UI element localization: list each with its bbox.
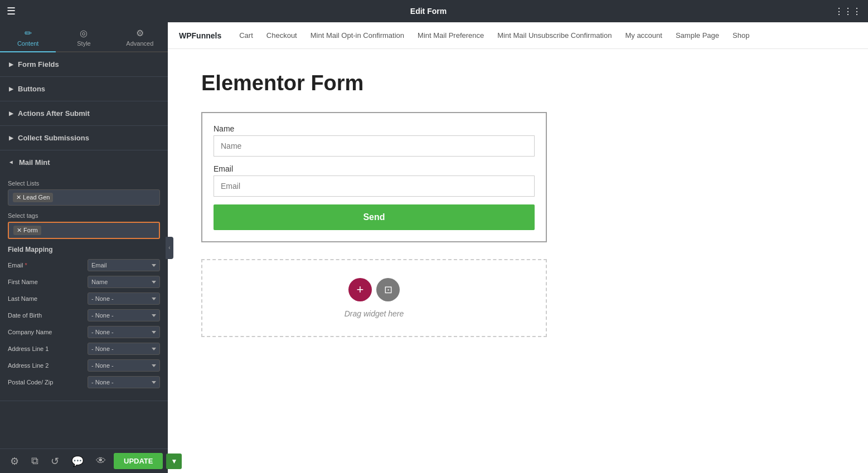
lead-gen-tag: ✕ Lead Gen [13,193,53,202]
section-collect-header[interactable]: ▶ Collect Submissions [0,126,168,150]
mapping-dob-label: Date of Birth [8,312,88,319]
tab-content-label: Content [17,40,39,47]
mapping-row-firstname: First Name NameEmail- None - [8,276,160,288]
advanced-tab-icon: ⚙ [136,28,144,38]
tab-advanced[interactable]: ⚙ Advanced [112,22,168,52]
section-mail-mint-label: Mail Mint [19,158,50,167]
arrow-open-icon: ▼ [8,160,14,165]
section-buttons: ▶ Buttons [0,77,168,101]
tab-bar: ✏ Content ◎ Style ⚙ Advanced [0,22,168,52]
section-actions-after-submit: ▶ Actions After Submit [0,101,168,126]
elementor-form-title: Elementor Form [201,71,835,95]
select-tags-field[interactable]: ✕ Form [8,222,160,239]
form-tag: ✕ Form [13,226,41,235]
mapping-firstname-label: First Name [8,279,88,285]
nav-link-mint-unsubscribe[interactable]: Mint Mail Unsubscribe Confirmation [491,23,618,47]
history-icon-btn[interactable]: ↺ [46,452,64,471]
section-buttons-label: Buttons [18,85,45,93]
page-body: Elementor Form Name Email Send + ⊡ [168,49,868,473]
collapse-handle[interactable]: ‹ [166,237,173,259]
drop-zone: + ⊡ Drag widget here [201,259,547,337]
section-mail-mint-header[interactable]: ▼ Mail Mint [0,150,168,174]
name-field-group: Name [214,124,535,157]
arrow-icon: ▶ [9,110,13,116]
mapping-email-select[interactable]: EmailName- None - [88,259,160,271]
content-area: WPFunnels Cart Checkout Mint Mail Opt-in… [168,22,868,473]
nav-link-mint-preference[interactable]: Mint Mail Preference [411,23,491,47]
mapping-row-address1: Address Line 1 - None -EmailName [8,343,160,355]
select-lists-label: Select Lists [8,180,160,187]
mapping-row-lastname: Last Name - None -EmailName [8,292,160,305]
drop-zone-buttons: + ⊡ [348,278,400,301]
form-tag-label: ✕ Form [17,227,38,234]
style-tab-icon: ◎ [80,28,88,38]
mapping-company-label: Company Name [8,329,88,335]
nav-link-checkout[interactable]: Checkout [260,23,304,47]
email-input[interactable] [214,175,535,197]
nav-bar: WPFunnels Cart Checkout Mint Mail Opt-in… [168,22,868,49]
nav-link-myaccount[interactable]: My account [618,23,668,47]
section-buttons-header[interactable]: ▶ Buttons [0,77,168,101]
section-form-fields-label: Form Fields [18,60,59,69]
mapping-lastname-label: Last Name [8,295,88,302]
tab-style-label: Style [77,40,90,47]
nav-link-sample[interactable]: Sample Page [669,23,726,47]
email-field-group: Email [214,164,535,197]
sidebar: ✏ Content ◎ Style ⚙ Advanced ▶ Form Fiel… [0,22,168,448]
arrow-icon: ▶ [9,86,13,92]
nav-link-shop[interactable]: Shop [726,23,756,47]
elementor-form-widget: Name Email Send [201,112,547,242]
mapping-firstname-select[interactable]: NameEmail- None - [88,276,160,288]
grid-icon[interactable]: ⋮⋮⋮ [835,6,861,17]
tab-advanced-label: Advanced [126,40,153,47]
mapping-address1-select[interactable]: - None -EmailName [88,343,160,355]
lead-gen-tag-label: ✕ Lead Gen [16,194,50,201]
form-submit-button[interactable]: Send [214,204,535,230]
mapping-dob-select[interactable]: - None -EmailName [88,309,160,321]
section-actions-header[interactable]: ▶ Actions After Submit [0,101,168,125]
arrow-icon: ▶ [9,135,13,141]
comments-icon-btn[interactable]: 💬 [67,452,88,471]
nav-link-mint-optin[interactable]: Mint Mail Opt-in Confirmation [304,23,411,47]
settings-icon-btn[interactable]: ⚙ [6,452,23,471]
mapping-row-dob: Date of Birth - None -EmailName [8,309,160,321]
arrow-icon: ▶ [9,61,13,67]
nav-link-cart[interactable]: Cart [232,23,260,47]
mail-mint-body: Select Lists ✕ Lead Gen Select tags ✕ Fo… [0,174,168,401]
section-collect-label: Collect Submissions [18,134,89,142]
update-button[interactable]: UPDATE [114,453,163,469]
top-bar: ☰ Edit Form ⋮⋮⋮ [0,0,868,22]
mapping-row-address2: Address Line 2 - None -EmailName [8,359,160,372]
main-layout: ✏ Content ◎ Style ⚙ Advanced ▶ Form Fiel… [0,22,868,473]
nav-brand[interactable]: WPFunnels [179,31,221,40]
drop-zone-text: Drag widget here [345,309,404,318]
tab-content[interactable]: ✏ Content [0,22,56,52]
mapping-company-select[interactable]: - None -EmailName [88,326,160,338]
mapping-address2-select[interactable]: - None -EmailName [88,359,160,372]
tab-style[interactable]: ◎ Style [56,22,111,52]
name-field-label: Name [214,124,535,133]
section-mail-mint: ▼ Mail Mint Select Lists ✕ Lead Gen Sele… [0,150,168,401]
section-form-fields: ▶ Form Fields [0,52,168,77]
select-tags-label: Select tags [8,212,160,219]
layers-icon-btn[interactable]: ⧉ [27,452,43,470]
name-input[interactable] [214,135,535,157]
mapping-postal-select[interactable]: - None -EmailName [88,376,160,388]
template-button[interactable]: ⊡ [376,278,400,301]
sidebar-wrapper: ✏ Content ◎ Style ⚙ Advanced ▶ Form Fiel… [0,22,168,473]
mapping-row-postal: Postal Code/ Zip - None -EmailName [8,376,160,388]
page-title: Edit Form [22,7,835,16]
update-dropdown-button[interactable]: ▼ [166,454,182,469]
section-form-fields-header[interactable]: ▶ Form Fields [0,52,168,76]
select-lists-field[interactable]: ✕ Lead Gen [8,189,160,206]
preview-icon-btn[interactable]: 👁 [91,452,110,470]
mapping-row-email: Email * EmailName- None - [8,259,160,271]
add-widget-button[interactable]: + [348,278,372,301]
mapping-address1-label: Address Line 1 [8,345,88,352]
section-actions-label: Actions After Submit [18,109,90,118]
email-field-label: Email [214,164,535,173]
menu-icon[interactable]: ☰ [7,5,16,17]
mapping-lastname-select[interactable]: - None -EmailName [88,292,160,305]
section-collect-submissions: ▶ Collect Submissions [0,126,168,150]
content-tab-icon: ✏ [25,28,32,38]
